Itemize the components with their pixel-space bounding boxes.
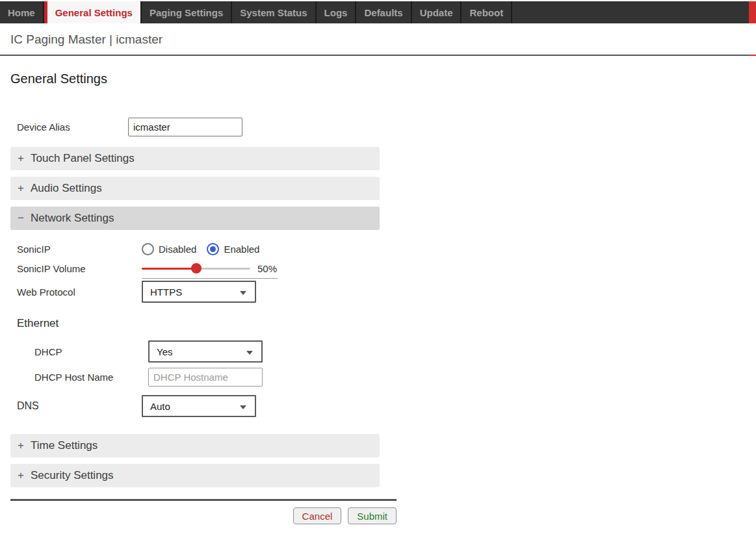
sonicip-volume-value: 50% — [257, 263, 277, 274]
slider-underline — [142, 278, 278, 279]
expand-icon: + — [17, 439, 25, 452]
radio-unchecked-icon[interactable] — [142, 243, 154, 255]
accordion-label: Network Settings — [31, 212, 114, 225]
sonicip-row: SonicIP Disabled Enabled — [10, 243, 403, 255]
tab-system-status[interactable]: System Status — [232, 1, 316, 23]
expand-icon: + — [17, 182, 25, 195]
web-protocol-label: Web Protocol — [17, 287, 142, 298]
selected-value: Yes — [150, 346, 172, 357]
selected-value: Auto — [143, 401, 170, 412]
radio-label: Enabled — [224, 244, 259, 255]
dhcp-select[interactable]: Yes — [148, 340, 263, 363]
main-content: General Settings Device Alias + Touch Pa… — [0, 71, 403, 524]
chevron-down-icon — [240, 291, 246, 295]
web-protocol-row: Web Protocol HTTPS — [10, 281, 403, 303]
sonicip-volume-row: SonicIP Volume 50% — [10, 262, 403, 274]
footer-divider — [10, 499, 397, 501]
tab-reboot[interactable]: Reboot — [462, 1, 512, 23]
sonicip-volume-slider[interactable] — [142, 262, 250, 274]
ethernet-heading: Ethernet — [17, 317, 403, 330]
accordion-touch-panel-settings[interactable]: + Touch Panel Settings — [10, 147, 380, 170]
accordion-label: Audio Settings — [31, 182, 102, 195]
accordion-audio-settings[interactable]: + Audio Settings — [10, 177, 380, 200]
tab-paging-settings[interactable]: Paging Settings — [142, 1, 232, 23]
dns-label: DNS — [17, 400, 142, 412]
dhcp-label: DHCP — [34, 346, 145, 357]
red-edge-accent — [749, 1, 756, 23]
dhcp-hostname-row: DHCP Host Name — [10, 368, 403, 387]
slider-fill — [142, 268, 196, 270]
red-edge-accent — [749, 55, 756, 56]
accordion-network-settings[interactable]: − Network Settings — [10, 207, 380, 230]
radio-checked-icon[interactable] — [207, 243, 219, 255]
device-alias-input[interactable] — [128, 118, 242, 136]
dns-select[interactable]: Auto — [142, 395, 256, 417]
sonicip-label: SonicIP — [17, 244, 142, 255]
expand-icon: + — [17, 152, 25, 165]
tab-logs[interactable]: Logs — [317, 1, 357, 23]
slider-thumb[interactable] — [191, 263, 202, 274]
submit-button[interactable]: Submit — [348, 507, 397, 524]
tab-update[interactable]: Update — [412, 1, 462, 23]
tab-general-settings[interactable]: General Settings — [44, 1, 142, 23]
radio-label: Disabled — [159, 244, 196, 255]
chevron-down-icon — [240, 405, 246, 409]
action-buttons: Cancel Submit — [10, 507, 397, 524]
dhcp-hostname-input[interactable] — [148, 368, 263, 387]
device-alias-row: Device Alias — [10, 118, 403, 136]
radio-enabled[interactable]: Enabled — [207, 243, 259, 255]
page-header: IC Paging Master | icmaster — [0, 23, 756, 56]
tab-defaults[interactable]: Defaults — [356, 1, 411, 23]
dhcp-row: DHCP Yes — [10, 340, 403, 363]
device-alias-label: Device Alias — [17, 121, 128, 133]
collapse-icon: − — [17, 212, 25, 225]
web-protocol-select[interactable]: HTTPS — [142, 281, 256, 303]
dns-row: DNS Auto — [10, 395, 403, 417]
page-title: General Settings — [10, 71, 403, 86]
dhcp-hostname-label: DHCP Host Name — [34, 372, 145, 383]
expand-icon: + — [17, 469, 25, 482]
accordion-label: Security Settings — [31, 469, 114, 482]
radio-disabled[interactable]: Disabled — [142, 243, 196, 255]
accordion-security-settings[interactable]: + Security Settings — [10, 464, 380, 487]
tab-home[interactable]: Home — [0, 1, 44, 23]
accordion-label: Time Settings — [31, 439, 98, 452]
sonicip-volume-label: SonicIP Volume — [17, 263, 142, 274]
chevron-down-icon — [246, 351, 253, 355]
accordion-label: Touch Panel Settings — [31, 152, 135, 165]
selected-value: HTTPS — [143, 287, 182, 298]
device-title: IC Paging Master | icmaster — [0, 23, 756, 56]
cancel-button[interactable]: Cancel — [293, 507, 342, 524]
network-settings-panel: SonicIP Disabled Enabled SonicIP Volume — [10, 230, 403, 417]
sonicip-radio-group: Disabled Enabled — [142, 243, 259, 255]
top-nav-bar: Home General Settings Paging Settings Sy… — [0, 1, 756, 23]
accordion-time-settings[interactable]: + Time Settings — [10, 434, 380, 457]
